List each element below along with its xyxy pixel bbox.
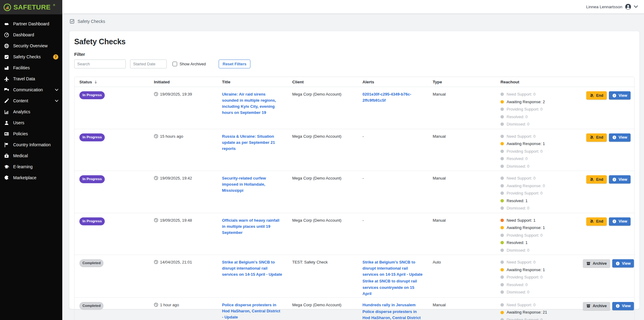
end-button[interactable]: End <box>586 217 607 226</box>
reachout-text: Need Support: 0 <box>507 175 536 181</box>
column-header-status[interactable]: Status <box>75 77 149 87</box>
reachout-status: Need Support: 0 <box>500 259 573 265</box>
column-header-title[interactable]: Title <box>217 77 287 87</box>
type-text: Auto <box>433 260 441 264</box>
initiated-cell: 19/09/2025, 19:42 <box>149 171 217 213</box>
reachout-text: Need Support: 1 <box>507 217 536 224</box>
alert-link[interactable]: Police disperse protesters in Hod HaShar… <box>362 309 423 320</box>
reachout-status: Providing Support: 0 <box>500 190 573 196</box>
search-input[interactable] <box>74 60 126 68</box>
archive-button[interactable]: Archive <box>583 302 610 310</box>
clock-icon <box>154 302 158 308</box>
view-button[interactable]: View <box>609 175 631 184</box>
column-label: Client <box>292 80 304 84</box>
column-header-alerts[interactable]: Alerts <box>358 77 428 87</box>
speedometer-icon <box>4 32 9 38</box>
breadcrumb[interactable]: Safety Checks <box>70 19 644 24</box>
row-title-link[interactable]: Ukraine: Air raid sirens sounded in mult… <box>222 91 282 116</box>
end-button-label: End <box>596 93 603 98</box>
row-title-link[interactable]: Police disperse protesters in Hod HaShar… <box>222 302 282 320</box>
reset-filters-button[interactable]: Reset Filters <box>219 60 250 68</box>
view-button[interactable]: View <box>609 133 631 142</box>
safeture-logo[interactable]: SAFETURE® <box>0 0 62 14</box>
view-button[interactable]: View <box>609 217 631 226</box>
reachout-text: Resolved: 0 <box>507 114 528 120</box>
user-menu-chevron-icon[interactable] <box>634 5 638 8</box>
reachout-dot <box>500 135 504 138</box>
reachout-status: Awaiting Response: 21 <box>500 309 573 315</box>
sidebar-item-dashboard[interactable]: Dashboard <box>0 29 62 40</box>
reachout-text: Providing Support: 0 <box>507 148 543 155</box>
handshake-icon <box>4 21 9 27</box>
graduation-cap-icon <box>4 164 9 169</box>
topbar: Linnea Lennartsson <box>62 0 644 14</box>
view-button[interactable]: View <box>612 259 634 267</box>
sidebar-item-partner-dashboard[interactable]: Partner Dashboard <box>0 18 62 29</box>
reachout-status: Providing Support: 0 <box>500 106 573 112</box>
view-button-label: View <box>619 93 627 98</box>
reachout-status: Dismissed: 0 <box>500 247 573 253</box>
table-header-row: Status Initiated Title Client Alerts Typ… <box>75 77 634 87</box>
sidebar-item-facilities[interactable]: Facilities <box>0 62 62 73</box>
reachout-dot <box>500 165 504 168</box>
column-header-type[interactable]: Type <box>428 77 496 87</box>
sidebar-item-content[interactable]: Content <box>0 95 62 106</box>
puzzle-icon <box>4 175 9 180</box>
sidebar-item-security-overview[interactable]: Security Overview <box>0 40 62 51</box>
row-title-link[interactable]: Officials warn of heavy rainfall in mult… <box>222 217 282 236</box>
bell-off-icon <box>590 93 594 98</box>
row-title-link[interactable]: Russia & Ukraine: Situation update as pe… <box>222 133 282 152</box>
row-title-link[interactable]: Security-related curfew imposed in Holla… <box>222 175 282 194</box>
view-button-label: View <box>619 135 627 140</box>
alert-link[interactable]: 0201e30f-c295-4349-b76c-2ffc9fb91c5f <box>362 91 423 104</box>
column-header-reachout[interactable]: Reachout <box>496 77 578 87</box>
reachout-dot <box>500 191 504 195</box>
end-button[interactable]: End <box>586 91 607 100</box>
sidebar-item-analytics[interactable]: Analytics <box>0 106 62 117</box>
column-header-initiated[interactable]: Initiated <box>149 77 217 87</box>
sidebar-item-marketplace[interactable]: Marketplace <box>0 172 62 183</box>
sidebar-item-label: Policies <box>13 131 28 136</box>
check-square-breadcrumb-icon <box>70 19 75 24</box>
show-archived-checkbox[interactable] <box>173 62 177 66</box>
sidebar-item-travel-data[interactable]: Travel Data <box>0 73 62 84</box>
title-cell: Russia & Ukraine: Situation update as pe… <box>217 129 287 171</box>
info-icon <box>612 93 617 98</box>
sidebar-item-country-information[interactable]: Country Information <box>0 139 62 150</box>
sidebar-item-label: Travel Data <box>13 76 35 81</box>
alerts-cell: - <box>358 129 428 171</box>
reachout-status: Need Support: 0 <box>500 302 573 308</box>
sidebar-item-safety-checks[interactable]: Safety Checks7 <box>0 51 62 62</box>
clock-icon <box>154 133 158 140</box>
sidebar-item-medical[interactable]: Medical <box>0 150 62 161</box>
end-button[interactable]: End <box>586 133 607 142</box>
reachout-dot <box>500 311 504 314</box>
sidebar-item-label: Partner Dashboard <box>13 21 49 26</box>
column-header-client[interactable]: Client <box>287 77 358 87</box>
view-button[interactable]: View <box>612 302 634 310</box>
sort-descending-icon <box>94 80 97 84</box>
reachout-dot <box>500 219 504 222</box>
end-button[interactable]: End <box>586 175 607 184</box>
reachout-dot <box>500 275 504 279</box>
reachout-text: Resolved: 1 <box>507 198 528 204</box>
alert-link[interactable]: Strike at SNCB to disrupt rail services … <box>362 278 423 296</box>
column-label: Alerts <box>362 80 374 84</box>
type-text: Manual <box>433 303 446 307</box>
sidebar-item-e-learning[interactable]: E-learning <box>0 161 62 172</box>
alerts-cell: 0201e30f-c295-4349-b76c-2ffc9fb91c5f <box>358 87 428 129</box>
reachout-status: Awaiting Response: 1 <box>500 141 573 147</box>
status-badge: Completed <box>79 259 104 267</box>
sidebar-item-communication[interactable]: Communication <box>0 84 62 95</box>
bar-chart-icon <box>4 109 9 115</box>
avatar-icon[interactable] <box>625 4 631 10</box>
row-title-link[interactable]: Strike at Belgium's SNCB to disrupt inte… <box>222 259 282 278</box>
sidebar-item-policies[interactable]: Policies <box>0 128 62 139</box>
view-button[interactable]: View <box>609 91 631 100</box>
alert-link[interactable]: Hundreds rally in Jerusalem <box>362 302 423 308</box>
archive-button[interactable]: Archive <box>583 259 610 267</box>
started-date-input[interactable] <box>130 60 167 68</box>
alert-link[interactable]: Strike at Belgium's SNCB to disrupt inte… <box>362 259 423 278</box>
sidebar-item-users[interactable]: Users <box>0 117 62 128</box>
chevron-down-icon <box>55 89 58 91</box>
